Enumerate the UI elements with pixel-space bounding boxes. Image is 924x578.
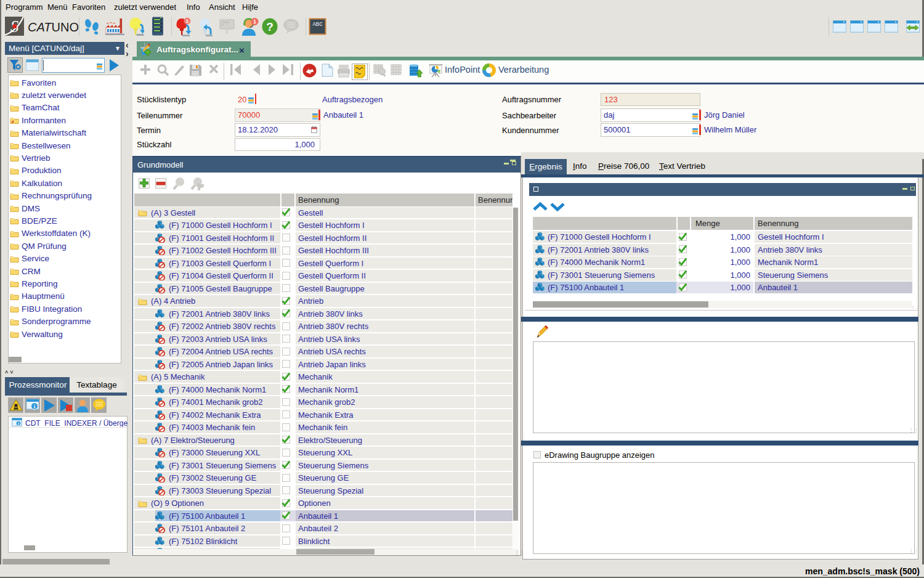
svg-text:i: i: [33, 404, 35, 410]
svg-text:i: i: [18, 421, 19, 426]
svg-text:1: 1: [253, 18, 256, 25]
svg-text:?: ?: [266, 20, 274, 33]
svg-text:1: 1: [186, 18, 189, 24]
svg-text:ABC: ABC: [312, 22, 323, 28]
